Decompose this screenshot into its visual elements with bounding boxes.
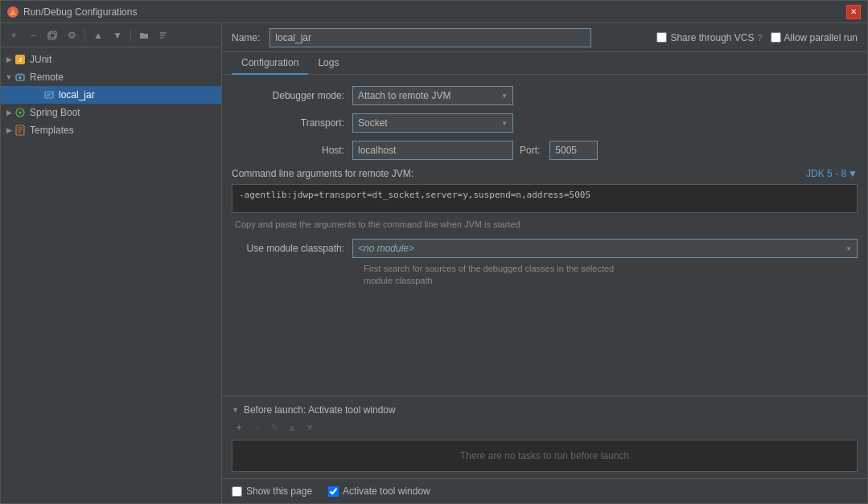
activate-window-label: Activate tool window bbox=[343, 486, 430, 497]
host-port-wrapper: Port: bbox=[352, 141, 858, 160]
module-classpath-value: <no module> bbox=[358, 243, 414, 254]
launch-toolbar: + − ✎ ▲ ▼ bbox=[232, 420, 858, 435]
tree-item-local-jar[interactable]: local_jar bbox=[1, 86, 221, 104]
module-classpath-dropdown[interactable]: <no module> ▼ bbox=[352, 239, 858, 258]
module-classpath-row: Use module classpath: <no module> ▼ bbox=[232, 239, 858, 258]
name-bar: Name: Share through VCS ? Allow parallel… bbox=[222, 23, 867, 52]
before-launch-empty-text: There are no tasks to run before launch bbox=[460, 450, 629, 461]
templates-label: Templates bbox=[30, 125, 74, 136]
remote-arrow: ▼ bbox=[4, 72, 14, 82]
junit-arrow: ▶ bbox=[4, 55, 14, 64]
tabs-bar: Configuration Logs bbox=[222, 52, 867, 75]
local-jar-icon bbox=[43, 88, 56, 101]
transport-dropdown[interactable]: Socket ▼ bbox=[352, 113, 513, 133]
tree-item-spring-boot[interactable]: ▶ Spring Boot bbox=[1, 104, 221, 121]
svg-marker-0 bbox=[10, 9, 16, 15]
templates-arrow: ▶ bbox=[4, 125, 14, 135]
activate-window-checkbox[interactable] bbox=[328, 486, 339, 497]
main-panel: Name: Share through VCS ? Allow parallel… bbox=[222, 23, 867, 503]
allow-parallel-group: Allow parallel run bbox=[771, 32, 858, 43]
launch-add-button[interactable]: + bbox=[232, 420, 246, 435]
command-line-header: Command line arguments for remote JVM: J… bbox=[232, 168, 858, 179]
tab-configuration[interactable]: Configuration bbox=[232, 52, 308, 75]
settings-button[interactable]: ⚙ bbox=[64, 27, 80, 43]
launch-remove-button[interactable]: − bbox=[249, 420, 264, 435]
move-down-button[interactable]: ▼ bbox=[109, 27, 125, 43]
folder-button[interactable] bbox=[136, 27, 152, 43]
local-jar-label: local_jar bbox=[59, 89, 95, 100]
share-vcs-label: Share through VCS bbox=[670, 32, 754, 43]
module-hint: First search for sources of the debugged… bbox=[232, 263, 858, 288]
config-tree: ▶ J JUnit ▼ bbox=[1, 47, 221, 503]
tab-logs[interactable]: Logs bbox=[308, 52, 348, 75]
jdk-value: JDK 5 - 8 bbox=[806, 168, 846, 179]
move-up-button[interactable]: ▲ bbox=[90, 27, 106, 43]
form-area: Debugger mode: Attach to remote JVM ▼ Tr… bbox=[222, 75, 867, 395]
allow-parallel-checkbox[interactable] bbox=[771, 32, 781, 43]
junit-label: JUnit bbox=[30, 54, 51, 65]
module-hint-line1: First search for sources of the debugged… bbox=[360, 263, 858, 275]
name-input[interactable] bbox=[269, 28, 591, 47]
remote-icon bbox=[14, 71, 27, 84]
tree-item-remote[interactable]: ▼ Remote bbox=[1, 68, 221, 86]
transport-value: Socket bbox=[358, 117, 388, 129]
spring-boot-arrow: ▶ bbox=[4, 108, 14, 117]
host-port-row: Host: Port: bbox=[232, 141, 858, 160]
launch-up-button[interactable]: ▲ bbox=[285, 420, 299, 435]
module-dropdown-arrow: ▼ bbox=[845, 245, 852, 252]
close-button[interactable]: ✕ bbox=[846, 5, 861, 19]
tree-item-junit[interactable]: ▶ J JUnit bbox=[1, 51, 221, 68]
jdk-arrow-icon: ▼ bbox=[848, 168, 858, 179]
window-title: Run/Debug Configurations bbox=[23, 6, 841, 18]
host-input[interactable] bbox=[352, 141, 513, 160]
share-vcs-group: Share through VCS ? bbox=[656, 32, 762, 43]
port-input[interactable] bbox=[549, 141, 598, 160]
show-page-group: Show this page bbox=[232, 486, 312, 497]
remove-config-button[interactable]: − bbox=[25, 27, 41, 43]
junit-icon: J bbox=[14, 53, 27, 66]
remote-label: Remote bbox=[30, 72, 64, 83]
debugger-mode-arrow: ▼ bbox=[501, 92, 508, 100]
run-debug-configurations-window: Run/Debug Configurations ✕ + − ⚙ ▲ ▼ bbox=[0, 0, 868, 504]
share-help-icon[interactable]: ? bbox=[757, 33, 762, 43]
top-options: Share through VCS ? Allow parallel run bbox=[656, 32, 858, 43]
show-page-checkbox[interactable] bbox=[232, 486, 242, 497]
jdk-selector[interactable]: JDK 5 - 8 ▼ bbox=[806, 168, 858, 179]
activate-window-group: Activate tool window bbox=[328, 486, 430, 497]
debugger-mode-row: Debugger mode: Attach to remote JVM ▼ bbox=[232, 86, 858, 105]
transport-row: Transport: Socket ▼ bbox=[232, 113, 858, 133]
sidebar: + − ⚙ ▲ ▼ bbox=[1, 23, 222, 503]
module-classpath-wrapper: <no module> ▼ bbox=[352, 239, 858, 258]
debugger-mode-dropdown[interactable]: Attach to remote JVM ▼ bbox=[352, 86, 513, 105]
copy-hint: Copy and paste the arguments to the comm… bbox=[232, 219, 858, 229]
module-hint-line2: module classpath bbox=[360, 275, 858, 287]
transport-arrow: ▼ bbox=[501, 120, 508, 127]
show-page-label: Show this page bbox=[246, 486, 312, 497]
before-launch-section: ▼ Before launch: Activate tool window + … bbox=[222, 395, 867, 478]
main-content: + − ⚙ ▲ ▼ bbox=[1, 23, 867, 503]
before-launch-title: Before launch: Activate tool window bbox=[244, 404, 396, 416]
add-config-button[interactable]: + bbox=[6, 27, 22, 43]
share-vcs-checkbox[interactable] bbox=[656, 32, 667, 43]
svg-rect-2 bbox=[48, 33, 55, 39]
transport-label: Transport: bbox=[232, 117, 352, 129]
launch-edit-button[interactable]: ✎ bbox=[267, 420, 282, 435]
tree-item-templates[interactable]: ▶ Templates bbox=[1, 121, 221, 139]
copy-config-button[interactable] bbox=[44, 27, 60, 43]
launch-down-button[interactable]: ▼ bbox=[302, 420, 317, 435]
separator2 bbox=[130, 29, 131, 42]
debugger-mode-label: Debugger mode: bbox=[232, 90, 352, 101]
debugger-mode-wrapper: Attach to remote JVM ▼ bbox=[352, 86, 858, 105]
sort-button[interactable] bbox=[155, 27, 171, 43]
svg-rect-1 bbox=[50, 31, 56, 38]
command-line-label: Command line arguments for remote JVM: bbox=[232, 168, 413, 179]
before-launch-header: ▼ Before launch: Activate tool window bbox=[232, 404, 858, 416]
before-launch-collapse-icon[interactable]: ▼ bbox=[232, 406, 239, 414]
sidebar-toolbar: + − ⚙ ▲ ▼ bbox=[1, 23, 221, 47]
title-bar: Run/Debug Configurations ✕ bbox=[1, 1, 867, 23]
spring-boot-icon bbox=[14, 106, 27, 119]
allow-parallel-label: Allow parallel run bbox=[784, 32, 858, 43]
before-launch-list: There are no tasks to run before launch bbox=[232, 440, 858, 472]
transport-wrapper: Socket ▼ bbox=[352, 113, 858, 133]
command-line-value[interactable]: -agentlib:jdwp=transport=dt_socket,serve… bbox=[232, 184, 858, 213]
